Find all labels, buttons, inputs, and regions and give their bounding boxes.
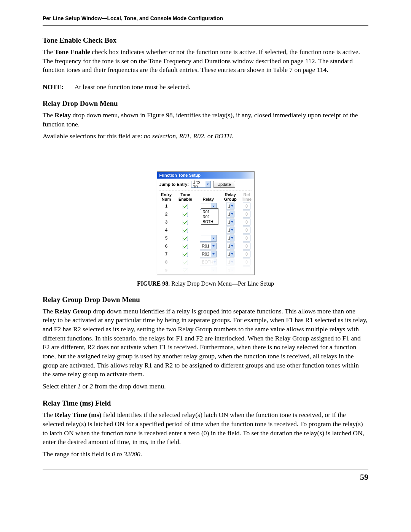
relay-group-cell: 1 (221, 218, 239, 226)
tone-enable-cell (175, 258, 195, 266)
relay-time-input[interactable]: 0 (243, 219, 250, 225)
chevron-down-icon (230, 243, 234, 249)
figure-wrap: Function Tone Setup Jump to Entry: 1 to … (43, 171, 368, 287)
table-row: 91 (157, 266, 254, 275)
relay-group-select[interactable]: 1 (226, 227, 234, 233)
text: The (43, 48, 55, 56)
tone-enable-checkbox[interactable] (183, 244, 188, 249)
relay-option-both[interactable]: BOTH (201, 219, 218, 224)
relay-time-cell: 0 (239, 226, 254, 234)
divider (159, 190, 252, 190)
chevron-down-icon (230, 227, 234, 233)
tone-enable-checkbox[interactable] (183, 228, 188, 233)
relay-value: R02 (202, 252, 209, 256)
relay-group-cell: 1 (221, 250, 239, 258)
relay-time-cell: 0 (239, 202, 254, 210)
tone-enable-cell (175, 250, 195, 258)
tone-enable-cell (175, 226, 195, 234)
relay-option-r01[interactable]: R01 (201, 209, 218, 214)
heading-relay-time: Relay Time (ms) Field (43, 399, 368, 407)
heading-relay-group: Relay Group Drop Down Menu (43, 296, 368, 304)
relay-time-input[interactable]: 0 (243, 243, 250, 249)
relay-time-input[interactable]: 0 (243, 211, 250, 217)
entry-num: 9 (157, 266, 176, 275)
entry-num: 2 (157, 210, 176, 218)
relay-time-input[interactable] (243, 267, 250, 273)
text: drop down menu identifies if a relay is … (43, 307, 368, 378)
relay-group-select[interactable]: 1 (226, 203, 234, 209)
relay-time-input[interactable]: 0 (243, 235, 250, 241)
col-relay: Relay (196, 197, 220, 201)
relay-group-cell: 1 (221, 226, 239, 234)
relay-select[interactable]: BOTH (200, 259, 217, 265)
text-italic: 0 to 32000 (112, 450, 140, 458)
text: The (43, 411, 55, 419)
relay-time-cell: 0 (239, 218, 254, 226)
col-relaytime-b: Time (241, 197, 253, 201)
relay-group-cell: 1 (221, 234, 239, 242)
entry-num: 6 (157, 242, 176, 250)
text-bold: Tone Enable (55, 48, 90, 56)
relay-group-cell: 1 (221, 202, 239, 210)
relay-time-input[interactable]: 0 (243, 259, 250, 265)
entry-num: 1 (157, 202, 176, 210)
text: or (81, 382, 89, 390)
relay-select[interactable]: R01 (200, 243, 217, 249)
jump-select[interactable]: 1 to 10 (191, 181, 211, 188)
relay-cell: R01 (195, 242, 221, 250)
text-bold: Relay Time (ms) (55, 411, 102, 419)
relay-dropdown-open[interactable]: R01 R02 BOTH (201, 208, 218, 225)
relay-group-select[interactable]: 1 (226, 211, 234, 217)
text-italic: 1 (77, 382, 81, 390)
para-relaytime-1: The Relay Time (ms) field identifies if … (43, 411, 368, 447)
relay-time-input[interactable]: 0 (243, 227, 250, 233)
relay-value: BOTH (202, 260, 213, 264)
relay-group-select[interactable]: 1 (226, 219, 234, 225)
relay-group-select[interactable]: 1 (226, 235, 234, 241)
heading-tone-enable: Tone Enable Check Box (43, 36, 368, 45)
relay-cell: BOTH (195, 258, 221, 266)
relay-group-select[interactable]: 1 (226, 251, 234, 257)
tone-enable-checkbox[interactable] (183, 268, 188, 273)
table-row: 7R0210 (157, 250, 254, 258)
text: . (140, 450, 142, 458)
text-bold: Relay Group (55, 307, 91, 315)
relay-select[interactable]: R02 (200, 251, 217, 257)
tone-enable-checkbox[interactable] (183, 252, 188, 257)
relay-select[interactable] (200, 235, 217, 242)
col-entry: Entry (159, 192, 174, 197)
text: or (206, 132, 214, 140)
col-num: Num (159, 197, 174, 201)
relay-time-cell: 0 (239, 250, 254, 258)
page: Per Line Setup Window—Local, Tone, and C… (0, 0, 411, 532)
entry-num: 8 (157, 258, 176, 266)
running-head: Per Line Setup Window—Local, Tone, and C… (43, 15, 368, 24)
tone-enable-checkbox[interactable] (183, 204, 188, 209)
table-row: 510 (157, 234, 254, 242)
update-button[interactable]: Update (213, 181, 235, 188)
tone-enable-checkbox[interactable] (183, 260, 188, 265)
entry-num: 7 (157, 250, 176, 258)
tone-enable-checkbox[interactable] (183, 236, 188, 241)
relay-group-select[interactable]: 1 (226, 243, 234, 249)
text-bold: Relay (55, 111, 71, 119)
jump-label: Jump to Entry: (159, 182, 189, 187)
para-tone-enable: The Tone Enable check box indicates whet… (43, 48, 368, 75)
relay-time-input[interactable]: 0 (243, 203, 250, 209)
figure-lead: FIGURE 98. (137, 280, 170, 287)
relay-group-select[interactable]: 1 (226, 259, 234, 265)
figure-caption: FIGURE 98. Relay Drop Down Menu—Per Line… (43, 280, 368, 287)
relay-option-r02[interactable]: R02 (201, 214, 218, 219)
text: The (43, 307, 55, 315)
tone-enable-checkbox[interactable] (183, 212, 188, 217)
relay-group-select[interactable]: 1 (226, 267, 234, 274)
col-relaygroup-b: Group (223, 197, 238, 201)
table-row: 6R0110 (157, 242, 254, 250)
footer-rule (43, 470, 368, 470)
relay-select[interactable] (200, 267, 217, 274)
relay-time-input[interactable]: 0 (243, 251, 250, 257)
text: drop down menu, shown in Figure 98, iden… (43, 111, 358, 128)
chevron-down-icon (211, 251, 216, 257)
text: check box indicates whether or not the f… (43, 48, 360, 73)
tone-enable-checkbox[interactable] (183, 220, 188, 225)
